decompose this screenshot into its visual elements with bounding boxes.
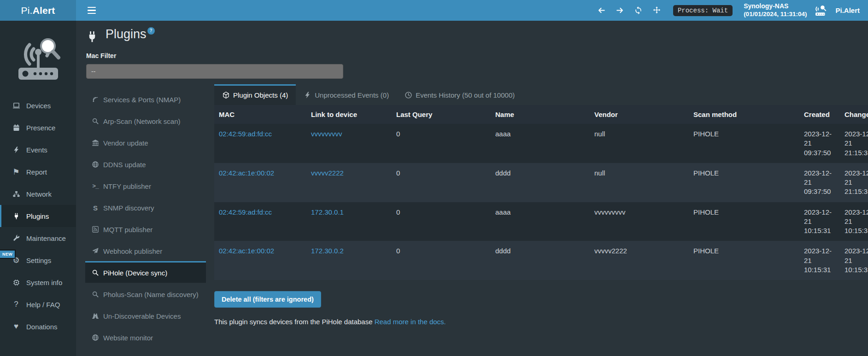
plugin-item-pihole[interactable]: PiHole (Device sync) [85, 261, 206, 283]
changed-cell: 2023-12-21 21:15:31 [840, 124, 868, 163]
process-status-badge: Process: Wait [673, 5, 733, 16]
sidebar-item-network[interactable]: Network [0, 183, 76, 205]
device-link[interactable]: 172.30.0.1 [311, 208, 344, 216]
plugin-item-label: Un-Discoverable Devices [103, 312, 181, 320]
wrench-icon [12, 233, 21, 243]
name-cell: dddd [491, 163, 590, 202]
sidebar-item-help-faq[interactable]: ? Help / FAQ [0, 293, 76, 315]
bolt-icon [12, 145, 21, 154]
back-arrow-icon[interactable] [596, 5, 608, 17]
clock-icon [405, 91, 412, 99]
plugin-item-webhook[interactable]: Webhook publisher [85, 239, 206, 261]
column-header-created[interactable]: Created [799, 105, 840, 124]
mac-filter-block: Mac Filter [86, 52, 868, 79]
device-link[interactable]: 172.30.0.2 [311, 247, 344, 255]
refresh-icon[interactable] [633, 5, 645, 17]
tab-events-history[interactable]: Events History (50 out of 10000) [397, 84, 522, 105]
sidebar-item-presence[interactable]: Presence [0, 117, 76, 139]
new-feature-badge: NEW [0, 250, 16, 259]
satellite-dish-icon [91, 95, 100, 104]
forward-arrow-icon[interactable] [614, 5, 626, 17]
mac-link[interactable]: 02:42:59:ad:fd:cc [219, 130, 272, 138]
plugin-item-vendor-update[interactable]: Vendor update [85, 131, 206, 153]
column-header-name[interactable]: Name [491, 105, 590, 124]
sidebar-item-system-info[interactable]: System info [0, 271, 76, 293]
plugin-item-label: NTFY publisher [103, 182, 151, 190]
column-header-link[interactable]: Link to device [306, 105, 392, 124]
plugin-detail-panel: Plugin Objects (4) Unprocessed Events (0… [214, 84, 868, 326]
tab-unprocessed-events[interactable]: Unprocessed Events (0) [296, 84, 397, 105]
plugin-item-label: Pholus-Scan (Name discovery) [103, 291, 199, 298]
plugin-item-ntfy[interactable]: >_ NTFY publisher [85, 175, 206, 196]
vendor-cell: null [590, 124, 689, 163]
plugin-item-website-monitor[interactable]: Website monitor [85, 326, 206, 348]
mac-link[interactable]: 02:42:ac:1e:00:02 [219, 247, 274, 255]
bolt-icon [304, 91, 311, 99]
sidebar-item-maintenance[interactable]: Maintenance [0, 227, 76, 249]
column-header-last-query[interactable]: Last Query [392, 105, 491, 124]
host-info: Synology-NAS (01/01/2024, 11:31:04) [744, 2, 807, 18]
plugin-item-arp-scan[interactable]: Arp-Scan (Network scan) [85, 110, 206, 131]
plugin-item-pholus[interactable]: Pholus-Scan (Name discovery) [85, 283, 206, 304]
scan-method-cell: PIHOLE [689, 124, 799, 163]
sidebar-item-events[interactable]: Events [0, 139, 76, 161]
plugin-item-ddns-update[interactable]: DDNS update [85, 153, 206, 175]
sidebar-item-label: Settings [26, 257, 51, 264]
pialert-app: Pi.Alert Process: Wait Synology-NAS [0, 0, 868, 356]
calendar-icon [12, 123, 21, 132]
mac-link[interactable]: 02:42:ac:1e:00:02 [219, 169, 274, 177]
magnifier-icon [91, 290, 100, 298]
last-query-cell: 0 [392, 163, 491, 202]
sidebar-item-label: Network [26, 190, 52, 198]
tab-plugin-objects[interactable]: Plugin Objects (4) [214, 84, 296, 105]
laptop-icon [12, 101, 21, 110]
mac-filter-input[interactable] [86, 64, 343, 79]
sidebar-menu: Devices Presence Events ⚑ Report Network [0, 94, 76, 338]
sidebar-item-label: Plugins [26, 212, 49, 220]
column-header-scan-method[interactable]: Scan method [689, 105, 799, 124]
plug-icon [85, 30, 99, 44]
created-cell: 2023-12-21 10:15:31 [799, 241, 840, 280]
plugin-item-undiscoverable[interactable]: Un-Discoverable Devices [85, 304, 206, 326]
docs-link[interactable]: Read more in the docs. [375, 318, 446, 326]
rss-icon [91, 225, 100, 233]
changed-cell: 2023-12-21 10:15:31 [840, 202, 868, 241]
brand-suffix: Alert [33, 5, 55, 16]
plugin-item-nmap[interactable]: Services & Ports (NMAP) [85, 88, 206, 110]
sidebar-item-report[interactable]: ⚑ Report [0, 161, 76, 183]
plugin-item-mqtt[interactable]: MQTT publisher [85, 218, 206, 239]
help-badge-icon[interactable]: ? [147, 27, 155, 35]
cube-icon [222, 91, 230, 99]
brand-logo[interactable]: Pi.Alert [0, 0, 76, 21]
plugin-item-snmp[interactable]: S SNMP discovery [85, 196, 206, 218]
sidebar-item-plugins[interactable]: Plugins [0, 205, 76, 227]
vendor-cell: vvvvvvvvv [590, 202, 689, 241]
device-link[interactable]: vvvvv2222 [311, 169, 344, 177]
table-row: 02:42:ac:1e:00:02 172.30.0.2 0 dddd vvvv… [214, 241, 868, 280]
sidebar-item-label: Devices [26, 102, 51, 110]
paper-plane-icon [91, 247, 100, 255]
snmp-s-icon: S [91, 204, 100, 212]
delete-all-button[interactable]: Delete all (filters are ignored) [214, 291, 321, 308]
table-header-row: MAC Link to device Last Query Name Vendo… [214, 105, 868, 124]
mac-link[interactable]: 02:42:59:ad:fd:cc [219, 208, 272, 216]
bank-icon [91, 139, 100, 147]
tab-label: Events History (50 out of 10000) [416, 91, 515, 99]
column-header-vendor[interactable]: Vendor [590, 105, 689, 124]
scan-method-cell: PIHOLE [689, 202, 799, 241]
column-header-changed[interactable]: Changed [840, 105, 868, 124]
globe-icon [91, 333, 100, 342]
device-link[interactable]: vvvvvvvvv [311, 130, 342, 138]
plug-icon [12, 211, 21, 221]
plugin-item-label: Vendor update [103, 139, 148, 147]
last-query-cell: 0 [392, 202, 491, 241]
sidebar-item-donations[interactable]: ♥ Donations [0, 315, 76, 338]
question-icon: ? [12, 300, 21, 309]
plugin-item-label: Website monitor [103, 334, 153, 342]
move-icon[interactable] [651, 5, 663, 17]
scan-method-cell: PIHOLE [689, 163, 799, 202]
sidebar-toggle-button[interactable] [82, 0, 101, 21]
column-header-mac[interactable]: MAC [214, 105, 306, 124]
router-icon [813, 4, 829, 18]
sidebar-item-devices[interactable]: Devices [0, 94, 76, 117]
